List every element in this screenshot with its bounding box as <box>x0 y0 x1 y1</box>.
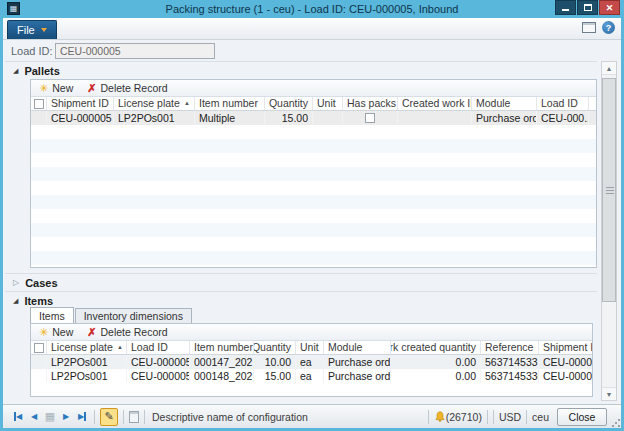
pallets-grid-header: Shipment ID License plate▲ Item number Q… <box>31 97 596 111</box>
vertical-scrollbar[interactable]: ▲ ▼ <box>601 61 617 401</box>
scroll-up-button[interactable]: ▲ <box>602 62 616 75</box>
new-icon: ✳ <box>39 327 48 338</box>
section-title: Cases <box>25 277 57 289</box>
column-header-shipment-id[interactable]: Shipment ID <box>539 341 592 354</box>
pallets-empty-rows <box>31 125 596 267</box>
items-toolbar: ✳ New ✗ Delete Record <box>31 324 592 341</box>
edit-mode-button[interactable]: ✎ <box>100 408 118 426</box>
window-controls: ✕ <box>555 0 620 15</box>
load-id-label: Load ID: <box>11 45 53 57</box>
column-header-has-packs[interactable]: Has packs <box>343 97 398 110</box>
next-record-button[interactable]: ▶ <box>59 410 73 424</box>
currency-indicator[interactable]: USD <box>499 411 521 423</box>
grid-view-button[interactable]: ▦ <box>43 410 57 424</box>
close-button[interactable]: Close <box>557 408 607 426</box>
section-title: Pallets <box>24 65 59 77</box>
has-packs-checkbox[interactable] <box>365 113 375 123</box>
window-frame: ▦ Packing structure (1 - ceu) - Load ID:… <box>3 0 621 428</box>
minimize-button[interactable] <box>555 0 576 15</box>
column-header-reference[interactable]: Reference <box>481 341 539 354</box>
company-indicator[interactable]: ceu <box>532 411 549 423</box>
license-plate-cell: LP2POs001 <box>114 111 195 125</box>
section-collapsed-icon: ▷ <box>13 279 19 287</box>
column-header-module[interactable]: Module <box>472 97 537 110</box>
column-header-item-number[interactable]: Item number <box>195 97 265 110</box>
scrollbar-grip-icon <box>606 187 614 194</box>
new-button-label: New <box>52 82 73 94</box>
column-header-work-created-quantity[interactable]: Work created quantity <box>391 341 481 354</box>
paste-icon[interactable] <box>129 411 139 423</box>
work-created-quantity-cell: 0.00 <box>391 355 481 369</box>
section-header-cases[interactable]: ▷ Cases <box>5 273 597 291</box>
maximize-icon <box>584 4 592 11</box>
first-record-button[interactable]: ◀ <box>11 410 25 424</box>
tab-items[interactable]: Items <box>30 307 74 323</box>
previous-record-button[interactable]: ◀ <box>27 410 41 424</box>
column-header-created-work-id[interactable]: Created work ID <box>398 97 472 110</box>
column-header-unit[interactable]: Unit <box>313 97 343 110</box>
column-header-item-number[interactable]: Item number <box>190 341 254 354</box>
select-all-checkbox[interactable] <box>31 341 47 354</box>
menubar: File ? <box>3 18 621 40</box>
column-header-license-plate[interactable]: License plate▲ <box>114 97 195 110</box>
column-header-load-id[interactable]: Load ID <box>127 341 190 354</box>
item-number-cell: 000148_202 <box>190 369 254 383</box>
unit-cell: ea <box>296 355 324 369</box>
section-expand-icon: ◢ <box>13 67 18 74</box>
item-number-cell: Multiple <box>195 111 265 125</box>
document-icon[interactable] <box>582 22 596 33</box>
has-packs-cell <box>343 111 398 125</box>
section-title: Items <box>24 295 53 307</box>
sort-asc-icon: ▲ <box>184 97 190 110</box>
packing-structure-window: ▦ Packing structure (1 - ceu) - Load ID:… <box>0 0 624 431</box>
pallets-row[interactable]: CEU-000005 LP2POs001 Multiple 15.00 Purc… <box>31 111 596 125</box>
help-icon[interactable]: ? <box>602 21 615 34</box>
delete-record-button[interactable]: ✗ Delete Record <box>87 326 167 338</box>
scrollbar-thumb[interactable] <box>602 78 616 302</box>
file-menu-button[interactable]: File <box>7 20 57 39</box>
column-header-module[interactable]: Module <box>324 341 391 354</box>
items-tabs: Items Inventory dimensions <box>30 308 193 323</box>
load-id-cell: CEU-000005 <box>127 369 190 383</box>
new-button-label: New <box>52 326 73 338</box>
notification-count[interactable]: (26710) <box>446 411 482 423</box>
reference-cell: 5637145337 <box>481 355 539 369</box>
module-cell: Purchase order <box>324 355 391 369</box>
load-id-input[interactable]: CEU-000005 <box>55 43 215 59</box>
item-number-cell: 000147_202 <box>190 355 254 369</box>
close-window-button[interactable]: ✕ <box>599 0 620 15</box>
load-id-row: Load ID: CEU-000005 <box>3 40 621 60</box>
column-header-shipment-id[interactable]: Shipment ID <box>47 97 114 110</box>
titlebar[interactable]: ▦ Packing structure (1 - ceu) - Load ID:… <box>3 0 621 18</box>
column-header-license-plate[interactable]: License plate▲ <box>47 341 127 354</box>
module-cell: Purchase order <box>472 111 537 125</box>
column-header-quantity[interactable]: Quantity <box>254 341 296 354</box>
new-button[interactable]: ✳ New <box>39 326 73 338</box>
maximize-button[interactable] <box>577 0 598 15</box>
close-icon: ✕ <box>606 3 614 13</box>
column-header-unit[interactable]: Unit <box>296 341 324 354</box>
tab-inventory-dimensions[interactable]: Inventory dimensions <box>75 308 192 323</box>
notification-bell-icon[interactable] <box>434 411 446 423</box>
column-header-load-id[interactable]: Load ID <box>537 97 589 110</box>
last-record-button[interactable]: ▶ <box>75 410 89 424</box>
work-created-quantity-cell: 0.00 <box>391 369 481 383</box>
column-header-quantity[interactable]: Quantity <box>265 97 313 110</box>
delete-record-button[interactable]: ✗ Delete Record <box>87 82 167 94</box>
new-button[interactable]: ✳ New <box>39 82 73 94</box>
items-grid-header: License plate▲ Load ID Item number Quant… <box>31 341 592 355</box>
items-row[interactable]: LP2POs001 CEU-000005 000147_202 10.00 ea… <box>31 355 592 369</box>
quantity-cell: 15.00 <box>265 111 313 125</box>
window-title: Packing structure (1 - ceu) - Load ID: C… <box>3 3 621 15</box>
quantity-cell: 10.00 <box>254 355 296 369</box>
minimize-icon <box>562 9 569 11</box>
resize-grip[interactable] <box>611 418 620 427</box>
created-work-id-cell <box>398 111 472 125</box>
file-menu-label: File <box>17 24 35 36</box>
section-header-pallets[interactable]: ◢ Pallets <box>5 61 597 79</box>
unit-cell: ea <box>296 369 324 383</box>
select-all-checkbox[interactable] <box>31 97 47 110</box>
items-row[interactable]: LP2POs001 CEU-000005 000148_202 15.00 ea… <box>31 369 592 383</box>
scroll-down-button[interactable]: ▼ <box>602 387 616 400</box>
section-header-items[interactable]: ◢ Items <box>5 291 597 309</box>
